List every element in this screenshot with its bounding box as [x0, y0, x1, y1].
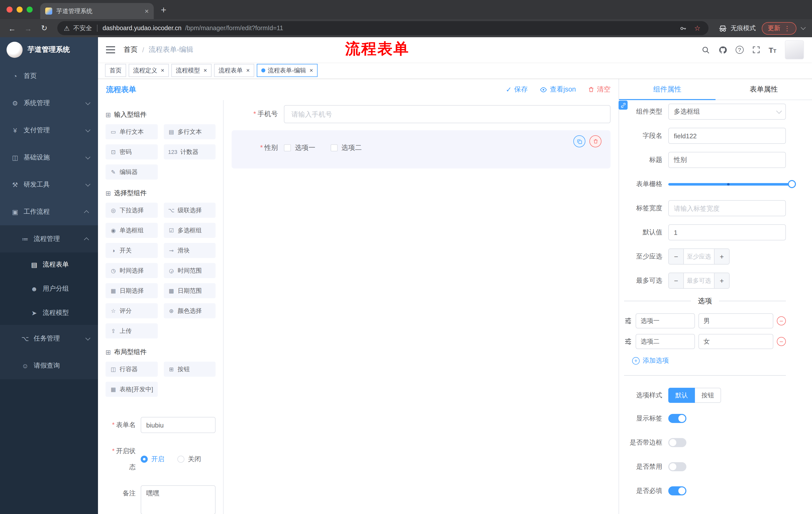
- gender-option-checkbox[interactable]: 选项一: [284, 143, 315, 153]
- help-icon[interactable]: ?: [735, 46, 744, 54]
- palette-item[interactable]: ⊡ 密码: [106, 144, 157, 159]
- component-type-select[interactable]: 多选框组: [668, 104, 786, 120]
- option-label-input[interactable]: [636, 334, 695, 349]
- option-label-input[interactable]: [636, 313, 695, 328]
- reload-icon[interactable]: ↻: [37, 24, 51, 33]
- palette-item[interactable]: ⊸ 滑块: [164, 243, 215, 258]
- increase-button[interactable]: +: [714, 249, 729, 264]
- palette-item[interactable]: 123 计数器: [164, 144, 215, 159]
- password-key-icon[interactable]: [679, 24, 687, 32]
- field-name-input[interactable]: [668, 128, 786, 144]
- palette-item[interactable]: ⌥ 级联选择: [164, 203, 215, 218]
- tag-process-definition[interactable]: 流程定义×: [128, 64, 169, 77]
- default-value-input[interactable]: [668, 224, 786, 240]
- decrease-button[interactable]: −: [669, 273, 684, 288]
- fullscreen-icon[interactable]: [752, 46, 760, 54]
- view-json-button[interactable]: 查看json: [540, 85, 576, 94]
- option-value-input[interactable]: [698, 334, 773, 349]
- tab-close-icon[interactable]: ×: [145, 7, 149, 15]
- profile-chevron-icon[interactable]: [801, 25, 806, 30]
- gender-option-checkbox[interactable]: 选项二: [330, 143, 362, 153]
- tag-close-icon[interactable]: ×: [203, 67, 207, 74]
- toggle-switch[interactable]: [668, 486, 686, 495]
- security-warning-icon[interactable]: ⚠: [64, 24, 69, 32]
- tab-component-props[interactable]: 组件属性: [619, 79, 716, 100]
- label-width-input[interactable]: [668, 200, 786, 216]
- copy-item-button[interactable]: [573, 135, 585, 147]
- palette-item[interactable]: ⇪ 上传: [106, 323, 157, 339]
- clear-button[interactable]: 清空: [588, 85, 610, 94]
- new-tab-button[interactable]: +: [161, 4, 166, 16]
- sidebar-item-system-mgmt[interactable]: ⚙ 系统管理: [0, 89, 98, 117]
- palette-item[interactable]: ☑ 多选框组: [164, 223, 215, 238]
- palette-item[interactable]: ▦ 日期选择: [106, 283, 157, 298]
- forward-icon[interactable]: →: [21, 24, 35, 32]
- sidebar-item-process-form[interactable]: ▤ 流程表单: [0, 252, 98, 277]
- sidebar-item-infrastructure[interactable]: ◫ 基础设施: [0, 144, 98, 171]
- title-input[interactable]: [668, 152, 786, 168]
- palette-item[interactable]: ▤ 多行文本: [164, 124, 215, 139]
- drag-handle-icon[interactable]: [624, 317, 632, 324]
- tag-close-icon[interactable]: ×: [310, 67, 313, 74]
- tab-form-props[interactable]: 表单属性: [716, 79, 812, 100]
- back-icon[interactable]: ←: [5, 24, 19, 32]
- link-badge-icon[interactable]: [618, 101, 628, 110]
- browser-tab[interactable]: 芋道管理系统 ×: [40, 3, 154, 19]
- status-off-radio[interactable]: 关闭: [177, 455, 201, 464]
- grid-slider[interactable]: [668, 176, 793, 192]
- style-button-button[interactable]: 按钮: [695, 388, 721, 403]
- sidebar-item-dev-tools[interactable]: ⚒ 研发工具: [0, 171, 98, 198]
- phone-input[interactable]: [284, 105, 610, 123]
- option-value-input[interactable]: [698, 313, 773, 328]
- toggle-switch[interactable]: [668, 462, 686, 471]
- sidebar-item-home[interactable]: ◔ 首页: [0, 62, 98, 89]
- remove-option-button[interactable]: −: [777, 337, 786, 346]
- bookmark-star-icon[interactable]: ☆: [694, 24, 700, 32]
- palette-item[interactable]: ◎ 下拉选择: [106, 203, 157, 218]
- tag-process-model[interactable]: 流程模型×: [171, 64, 211, 77]
- palette-item[interactable]: ◷ 时间选择: [106, 263, 157, 278]
- tag-home[interactable]: 首页: [105, 64, 126, 77]
- decrease-button[interactable]: −: [669, 249, 684, 264]
- save-button[interactable]: ✓ 保存: [506, 85, 528, 94]
- palette-item[interactable]: ▭ 单行文本: [106, 124, 157, 139]
- tag-close-icon[interactable]: ×: [246, 67, 250, 74]
- gender-field-item[interactable]: *性别 选项一 选项二: [232, 130, 610, 168]
- breadcrumb-home[interactable]: 首页: [124, 45, 138, 54]
- slider-handle[interactable]: [788, 180, 796, 188]
- sidebar-item-process-model[interactable]: ➤ 流程模型: [0, 301, 98, 325]
- toggle-switch[interactable]: [668, 438, 686, 447]
- remove-option-button[interactable]: −: [777, 316, 786, 325]
- tag-close-icon[interactable]: ×: [161, 67, 164, 74]
- palette-item[interactable]: ☆ 评分: [106, 303, 157, 318]
- palette-item[interactable]: ▦ 表格[开发中]: [106, 382, 157, 397]
- palette-item[interactable]: ◑ 开关: [106, 243, 157, 258]
- tag-process-form-edit[interactable]: 流程表单-编辑×: [257, 64, 318, 77]
- form-canvas[interactable]: *手机号 *性别 选项一: [224, 100, 618, 514]
- menu-kebab-icon[interactable]: ⋮: [784, 24, 790, 32]
- address-bar[interactable]: ⚠ 不安全 dashboard.yudao.iocoder.cn /bpm/ma…: [57, 21, 708, 35]
- search-icon[interactable]: [701, 46, 710, 54]
- window-close-button[interactable]: [6, 6, 12, 12]
- form-name-input[interactable]: [141, 417, 215, 433]
- palette-item[interactable]: ◉ 单选框组: [106, 223, 157, 238]
- add-option-button[interactable]: + 添加选项: [632, 356, 786, 365]
- palette-item[interactable]: ▩ 日期范围: [164, 283, 215, 298]
- sidebar-item-user-group[interactable]: ☻ 用户分组: [0, 277, 98, 301]
- github-icon[interactable]: [718, 46, 727, 54]
- increase-button[interactable]: +: [714, 273, 729, 288]
- sidebar-item-leave-query[interactable]: ☺ 请假查询: [0, 352, 98, 379]
- palette-item[interactable]: ✎ 编辑器: [106, 164, 157, 180]
- font-size-icon[interactable]: TT: [768, 46, 776, 54]
- palette-item[interactable]: ◶ 时间范围: [164, 263, 215, 278]
- user-avatar[interactable]: [785, 40, 804, 59]
- style-default-button[interactable]: 默认: [668, 388, 695, 403]
- sidebar-item-payment-mgmt[interactable]: ¥ 支付管理: [0, 117, 98, 144]
- palette-item[interactable]: ⊛ 颜色选择: [164, 303, 215, 318]
- sidebar-toggle-icon[interactable]: [106, 46, 115, 53]
- window-zoom-button[interactable]: [27, 6, 33, 12]
- sidebar-item-process-mgmt[interactable]: ≔ 流程管理: [0, 225, 98, 252]
- sidebar-item-workflow[interactable]: ▣ 工作流程: [0, 198, 98, 225]
- min-select-input[interactable]: [684, 249, 714, 264]
- palette-item[interactable]: ⊞ 按钮: [164, 361, 215, 377]
